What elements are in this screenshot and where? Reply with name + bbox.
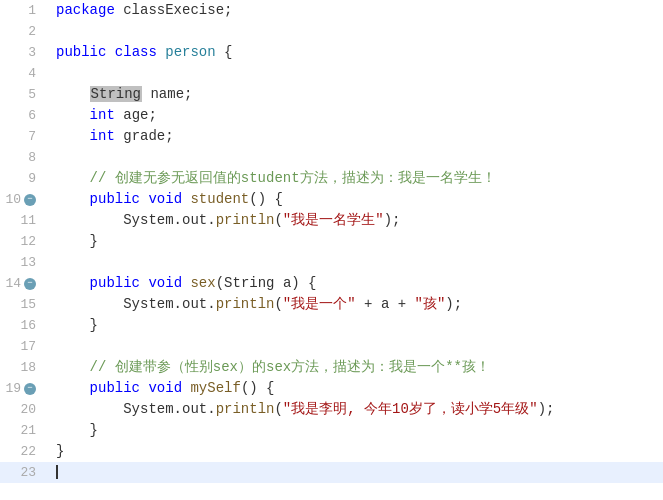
line-number: 15 (16, 294, 36, 315)
line-number-area: 23 (0, 462, 48, 483)
line-number: 16 (16, 315, 36, 336)
line-number-area: 8 (0, 147, 48, 168)
text-cursor (56, 465, 58, 479)
line-content: System.out.println("我是一名学生"); (48, 210, 663, 231)
code-line: 14 − public void sex(String a) { (0, 273, 663, 294)
line-number-area: 16 (0, 315, 48, 336)
code-line: 21 } (0, 420, 663, 441)
code-line: 17 (0, 336, 663, 357)
line-number-area: 2 (0, 21, 48, 42)
line-number-area: 21 (0, 420, 48, 441)
line-number: 1 (16, 0, 36, 21)
line-content: // 创建带参（性别sex）的sex方法，描述为：我是一个**孩！ (48, 357, 663, 378)
line-number-area: 10 − (0, 189, 48, 210)
code-line: 10 − public void student() { (0, 189, 663, 210)
line-number: 19 (1, 378, 21, 399)
line-number: 14 (1, 273, 21, 294)
line-number-area: 9 (0, 168, 48, 189)
line-content[interactable] (48, 462, 663, 483)
code-line: 6 int age; (0, 105, 663, 126)
line-number: 9 (16, 168, 36, 189)
line-number: 2 (16, 21, 36, 42)
code-line: 4 (0, 63, 663, 84)
line-number-area: 20 (0, 399, 48, 420)
line-content: } (48, 315, 663, 336)
code-line: 5 String name; (0, 84, 663, 105)
code-line: 7 int grade; (0, 126, 663, 147)
code-editor: 1 package classExecise; 2 3 public class… (0, 0, 663, 500)
line-number: 17 (16, 336, 36, 357)
line-content: package classExecise; (48, 0, 663, 21)
code-line: 16 } (0, 315, 663, 336)
line-content: public void sex(String a) { (48, 273, 663, 294)
line-content: System.out.println("我是一个" + a + "孩"); (48, 294, 663, 315)
line-number-area: 5 (0, 84, 48, 105)
line-number-area: 1 (0, 0, 48, 21)
line-content: } (48, 420, 663, 441)
fold-icon[interactable]: − (24, 194, 36, 206)
line-content: int grade; (48, 126, 663, 147)
line-content: public void student() { (48, 189, 663, 210)
code-line: 19 − public void mySelf() { (0, 378, 663, 399)
line-content: } (48, 231, 663, 252)
line-content: String name; (48, 84, 663, 105)
line-number-area: 12 (0, 231, 48, 252)
line-number-area: 18 (0, 357, 48, 378)
code-line: 15 System.out.println("我是一个" + a + "孩"); (0, 294, 663, 315)
line-number-area: 3 (0, 42, 48, 63)
line-number: 12 (16, 231, 36, 252)
line-number-area: 13 (0, 252, 48, 273)
line-number: 10 (1, 189, 21, 210)
line-number-area: 6 (0, 105, 48, 126)
code-line: 3 public class person { (0, 42, 663, 63)
line-content: // 创建无参无返回值的student方法，描述为：我是一名学生！ (48, 168, 663, 189)
line-number: 11 (16, 210, 36, 231)
code-line: 12 } (0, 231, 663, 252)
line-content: System.out.println("我是李明, 今年10岁了，读小学5年级"… (48, 399, 663, 420)
code-line: 11 System.out.println("我是一名学生"); (0, 210, 663, 231)
line-content: public class person { (48, 42, 663, 63)
fold-icon[interactable]: − (24, 278, 36, 290)
line-number-area: 4 (0, 63, 48, 84)
line-number: 8 (16, 147, 36, 168)
line-number-area: 19 − (0, 378, 48, 399)
line-number: 21 (16, 420, 36, 441)
line-number: 20 (16, 399, 36, 420)
code-line: 22 } (0, 441, 663, 462)
code-lines: 1 package classExecise; 2 3 public class… (0, 0, 663, 483)
code-line: 8 (0, 147, 663, 168)
code-line: 1 package classExecise; (0, 0, 663, 21)
line-number: 13 (16, 252, 36, 273)
line-number-area: 11 (0, 210, 48, 231)
line-number: 18 (16, 357, 36, 378)
line-content: int age; (48, 105, 663, 126)
line-number: 4 (16, 63, 36, 84)
line-number: 6 (16, 105, 36, 126)
code-line: 2 (0, 21, 663, 42)
line-number: 5 (16, 84, 36, 105)
line-number-area: 14 − (0, 273, 48, 294)
line-content: public void mySelf() { (48, 378, 663, 399)
line-number-area: 15 (0, 294, 48, 315)
line-content: } (48, 441, 663, 462)
code-line: 9 // 创建无参无返回值的student方法，描述为：我是一名学生！ (0, 168, 663, 189)
line-number-area: 17 (0, 336, 48, 357)
line-number: 3 (16, 42, 36, 63)
line-number-area: 7 (0, 126, 48, 147)
code-line: 20 System.out.println("我是李明, 今年10岁了，读小学5… (0, 399, 663, 420)
code-line: 13 (0, 252, 663, 273)
line-number: 23 (16, 462, 36, 483)
line-number-area: 22 (0, 441, 48, 462)
line-number: 22 (16, 441, 36, 462)
line-number: 7 (16, 126, 36, 147)
fold-icon[interactable]: − (24, 383, 36, 395)
code-line-active: 23 (0, 462, 663, 483)
code-line: 18 // 创建带参（性别sex）的sex方法，描述为：我是一个**孩！ (0, 357, 663, 378)
